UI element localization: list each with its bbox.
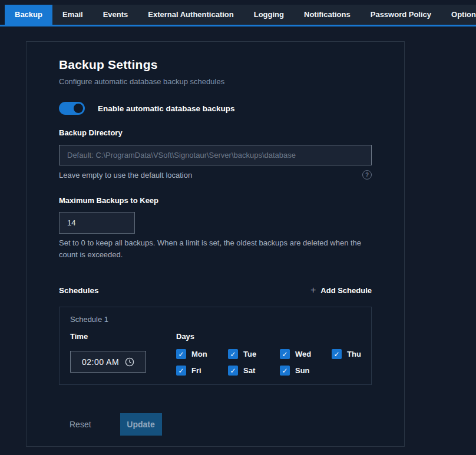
- max-backups-input[interactable]: [59, 212, 135, 234]
- enable-backups-toggle[interactable]: [59, 102, 85, 115]
- checkbox-sat[interactable]: ✓ Sat: [228, 366, 280, 376]
- enable-backups-row: Enable automatic database backups: [59, 102, 372, 115]
- checkbox-checked-icon: ✓: [176, 366, 186, 376]
- schedules-heading: Schedules: [59, 286, 99, 295]
- time-value: 02:00 AM: [82, 357, 119, 367]
- tab-options[interactable]: Options: [441, 5, 476, 25]
- tab-external-authentication[interactable]: External Authentication: [138, 5, 243, 25]
- checkbox-checked-icon: ✓: [228, 366, 238, 376]
- tab-backup[interactable]: Backup: [5, 5, 52, 25]
- toggle-knob: [74, 104, 83, 113]
- max-backups-help: Set to 0 to keep all backups. When a lim…: [59, 237, 372, 261]
- clock-icon: [125, 357, 134, 367]
- checkbox-wed[interactable]: ✓ Wed: [280, 349, 332, 359]
- reset-button[interactable]: Reset: [59, 420, 102, 429]
- page-subtitle: Configure automatic database backup sche…: [59, 77, 372, 86]
- tab-bar: Backup Email Events External Authenticat…: [0, 5, 476, 26]
- tab-events[interactable]: Events: [93, 5, 138, 25]
- days-grid: ✓ Mon ✓ Tue ✓ Wed ✓ Thu: [176, 349, 384, 376]
- backup-directory-help: Leave empty to use the default location: [59, 171, 192, 180]
- days-label: Days: [176, 332, 384, 341]
- max-backups-label: Maximum Backups to Keep: [59, 196, 372, 205]
- checkbox-checked-icon: ✓: [332, 349, 342, 359]
- checkbox-checked-icon: ✓: [176, 349, 186, 359]
- backup-directory-input[interactable]: [59, 145, 372, 165]
- time-input[interactable]: 02:00 AM: [70, 351, 146, 373]
- tab-email[interactable]: Email: [52, 5, 93, 25]
- checkbox-sun[interactable]: ✓ Sun: [280, 366, 332, 376]
- time-label: Time: [70, 332, 176, 341]
- schedule-title: Schedule 1: [70, 315, 361, 324]
- tab-password-policy[interactable]: Password Policy: [361, 5, 441, 25]
- checkbox-thu[interactable]: ✓ Thu: [332, 349, 384, 359]
- page-title: Backup Settings: [59, 58, 372, 72]
- add-schedule-label: Add Schedule: [320, 286, 372, 295]
- checkbox-checked-icon: ✓: [228, 349, 238, 359]
- checkbox-checked-icon: ✓: [280, 349, 290, 359]
- plus-icon: +: [310, 285, 316, 295]
- checkbox-tue[interactable]: ✓ Tue: [228, 349, 280, 359]
- backup-directory-label: Backup Directory: [59, 128, 372, 137]
- enable-backups-label: Enable automatic database backups: [98, 104, 235, 113]
- tab-logging[interactable]: Logging: [244, 5, 294, 25]
- update-button[interactable]: Update: [120, 413, 162, 436]
- checkbox-checked-icon: ✓: [280, 366, 290, 376]
- tab-notifications[interactable]: Notifications: [294, 5, 361, 25]
- question-circle-icon[interactable]: ?: [362, 170, 372, 180]
- checkbox-fri[interactable]: ✓ Fri: [176, 366, 228, 376]
- backup-settings-card: Backup Settings Configure automatic data…: [26, 41, 405, 447]
- schedule-card: Schedule 1 Time 02:00 AM Days ✓ Mon: [59, 307, 372, 385]
- checkbox-mon[interactable]: ✓ Mon: [176, 349, 228, 359]
- add-schedule-button[interactable]: + Add Schedule: [310, 285, 372, 295]
